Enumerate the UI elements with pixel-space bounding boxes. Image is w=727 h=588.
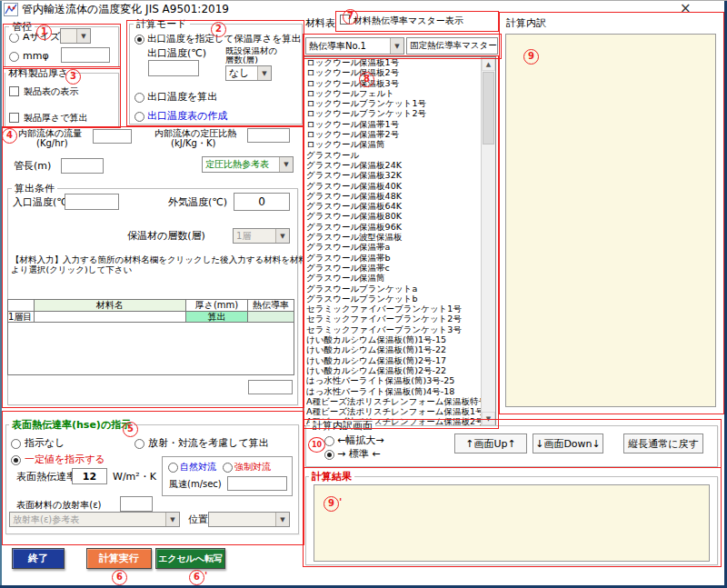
calc-result-output[interactable]: [314, 484, 710, 562]
radio-screen-wide[interactable]: [324, 436, 334, 446]
material-list-item[interactable]: グラスウール保温板80K: [306, 211, 481, 221]
material-list-item[interactable]: ロックウールフェルト: [306, 88, 481, 98]
material-list-item[interactable]: グラスウール保温板24K: [306, 160, 481, 170]
material-list-item[interactable]: ロックウール保温帯1号: [306, 119, 481, 129]
ambient-temp-label: 外気温度(℃): [168, 197, 227, 208]
table-thickness-cell[interactable]: 算出: [186, 312, 248, 323]
material-list-item[interactable]: グラスウール保温筒: [306, 273, 481, 283]
surface-coef-input[interactable]: [72, 468, 107, 484]
group-product-thickness-label: 材料製品厚さ: [5, 66, 71, 80]
radio-screen-standard[interactable]: [324, 450, 334, 460]
screen-reset-button[interactable]: 縦長通常に戻す: [623, 434, 703, 453]
conductivity-no-combo[interactable]: 熱伝導率No.1▼: [305, 37, 404, 55]
specific-heat-input[interactable]: [247, 128, 290, 143]
material-list-item[interactable]: グラスウールブランケットa: [306, 284, 481, 294]
dropdown-arrow-icon: ▼: [257, 66, 271, 80]
group-detail-screen-label: 計算内訳画面: [310, 419, 375, 433]
fixed-conductivity-combo[interactable]: 固定熱伝導率マスター▼: [406, 37, 498, 55]
existing-layers-combo[interactable]: なし▼: [225, 65, 272, 81]
material-list-item[interactable]: グラスウール保温帯b: [306, 253, 481, 263]
export-excel-button[interactable]: エクセルへ転写: [155, 548, 225, 569]
material-list-scrollbar[interactable]: ▲ ▼: [481, 57, 495, 425]
product-thickness-checkbox[interactable]: [9, 113, 19, 123]
material-list-item[interactable]: セラミックファイバーブランケット3号: [306, 324, 481, 334]
group-calc-result-label: 計算結果: [309, 470, 354, 483]
radio-surface-calc[interactable]: [134, 439, 144, 449]
material-list-item[interactable]: ロックウールブランケット2号: [306, 108, 481, 118]
material-list-item[interactable]: けい酸カルシウム保温板(筒)2号-17: [306, 355, 481, 365]
table-row-label: 1層目: [8, 312, 35, 323]
table-material-name-cell[interactable]: [35, 312, 186, 323]
radio-forced-convection[interactable]: [223, 463, 233, 473]
material-list-item[interactable]: グラスウール保温帯c: [306, 263, 481, 273]
material-list-item[interactable]: グラスウール: [306, 150, 481, 160]
emissivity-ref-combo[interactable]: 放射率(ε)参考表▼: [9, 512, 180, 527]
screen-down-button[interactable]: ↓画面Down↓: [533, 434, 603, 453]
emissivity-label: 表面材料の放射率(ε): [16, 500, 101, 510]
close-icon[interactable]: ×: [680, 1, 692, 16]
insulation-layers-combo[interactable]: 1層▼: [233, 228, 290, 244]
annotation-badge-8: 8: [359, 72, 374, 87]
radio-natural-convection[interactable]: [168, 463, 178, 473]
app-icon: [4, 3, 18, 16]
material-input-instruction-1: 【材料入力】入力する箇所の材料名欄をクリックした後入力する材料を材料表: [11, 255, 315, 264]
material-list-item[interactable]: グラスウール保温板64K: [306, 201, 481, 211]
radio-surface-none-label: 指示なし: [25, 438, 65, 449]
position-combo[interactable]: ▼: [208, 512, 290, 527]
emissivity-input[interactable]: [120, 496, 153, 512]
scroll-down-icon[interactable]: ▼: [482, 412, 495, 425]
radio-mode-outlet-table[interactable]: [134, 112, 144, 122]
wind-speed-input[interactable]: [227, 476, 287, 491]
a-size-combo[interactable]: ▼: [60, 28, 91, 44]
material-list-item[interactable]: ロックウール保温帯2号: [306, 129, 481, 139]
material-list-item[interactable]: グラスウールブランケットb: [306, 294, 481, 304]
material-list-item[interactable]: けい酸カルシウム保温板(筒)1号-15: [306, 334, 481, 344]
radio-surface-none[interactable]: [11, 439, 21, 449]
outlet-temp-input[interactable]: [148, 60, 199, 76]
material-list-item[interactable]: ロックウールブランケット1号: [306, 98, 481, 108]
material-list-item[interactable]: ロックウール保温板2号: [306, 67, 481, 77]
material-list-item[interactable]: グラスウール保温帯a: [306, 242, 481, 252]
table-side-input[interactable]: [248, 380, 293, 394]
inlet-temp-input[interactable]: [65, 194, 119, 210]
dropdown-arrow-icon: ▼: [275, 513, 289, 526]
radio-mode-outlet-temp[interactable]: [134, 93, 144, 103]
material-list-item[interactable]: ロックウール保温板3号: [306, 78, 481, 88]
material-list-item[interactable]: A種ビーズ法ポリスチレンフォーム保温板特号: [306, 396, 481, 406]
run-calculation-button[interactable]: 計算実行: [86, 548, 152, 569]
material-list-item[interactable]: グラスウール保温板96K: [306, 222, 481, 232]
specific-heat-ref-combo[interactable]: 定圧比熱参考表▼: [202, 156, 294, 173]
material-list-item[interactable]: ロックウール保温板1号: [306, 57, 481, 67]
material-list-item[interactable]: けい酸カルシウム保温板(筒)1号-22: [306, 344, 481, 354]
radio-mode-thickness-label: 出口温度を指定して保温厚さを算出: [147, 34, 301, 45]
radio-mode-thickness[interactable]: [134, 35, 144, 45]
scroll-up-icon[interactable]: ▲: [482, 57, 495, 71]
table-conductivity-cell[interactable]: [248, 312, 294, 323]
product-table-checkbox[interactable]: [9, 86, 19, 96]
radio-a-size[interactable]: [9, 33, 19, 43]
flow-rate-input[interactable]: [93, 129, 132, 144]
material-list-item[interactable]: グラスウール保温板32K: [306, 170, 481, 180]
material-list-item[interactable]: セラミックファイバーブランケット2号: [306, 314, 481, 324]
radio-mm-phi[interactable]: [9, 52, 19, 62]
material-list-item[interactable]: グラスウール保温板48K: [306, 191, 481, 201]
calc-detail-output[interactable]: [505, 34, 716, 407]
annotation-badge-9prime: 9: [324, 496, 339, 512]
material-list-item[interactable]: けい酸カルシウム保温板(筒)2号-22: [306, 365, 481, 375]
screen-up-button[interactable]: ↑画面Up↑: [454, 434, 527, 453]
material-list-item[interactable]: グラスウール保温板40K: [306, 181, 481, 191]
mm-phi-input[interactable]: [61, 47, 110, 63]
material-list-item[interactable]: ロックウール保温筒: [306, 139, 481, 149]
material-list-item[interactable]: A種ビーズ法ポリスチレンフォーム保温板1号: [306, 406, 481, 416]
ambient-temp-input[interactable]: [234, 193, 290, 211]
table-corner-cell: [8, 300, 35, 312]
exit-button[interactable]: 終了: [12, 548, 65, 569]
annotation-badge-9: 9: [523, 49, 539, 65]
material-list-item[interactable]: グラスウール波型保温板: [306, 232, 481, 242]
pipe-length-input[interactable]: [61, 158, 104, 174]
material-list-item[interactable]: はっ水性パーライト保温板(筒)3号-25: [306, 375, 481, 385]
radio-surface-fixed[interactable]: [11, 455, 21, 465]
scrollbar-thumb[interactable]: [483, 72, 494, 145]
material-list-item[interactable]: はっ水性パーライト保温板(筒)4号-18: [306, 386, 481, 396]
material-list-item[interactable]: セラミックファイバーブランケット1号: [306, 304, 481, 314]
